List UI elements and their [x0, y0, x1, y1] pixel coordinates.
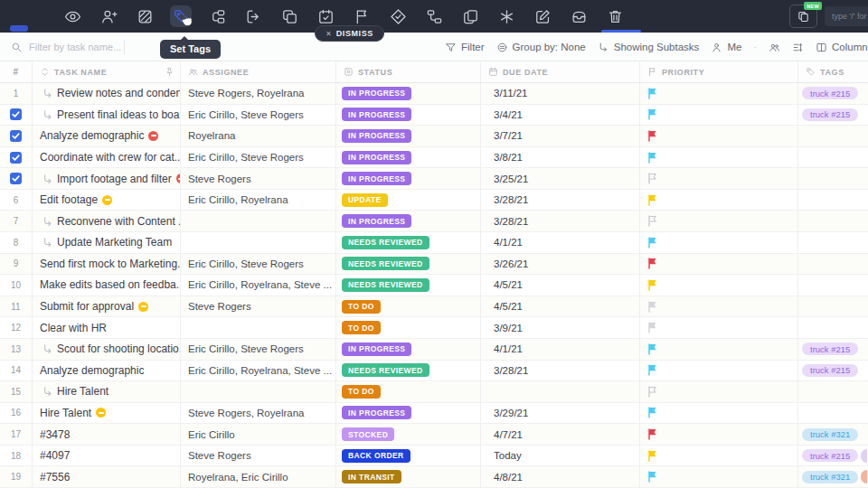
- task-name-cell[interactable]: Analyze demographic: [33, 361, 181, 381]
- status-badge[interactable]: STOCKED: [342, 427, 394, 441]
- due-date-cell[interactable]: 3/8/21: [481, 147, 640, 168]
- due-date-cell[interactable]: 4/7/21: [481, 424, 640, 445]
- tags-cell[interactable]: [798, 232, 868, 253]
- due-date-cell[interactable]: 3/28/21: [481, 361, 640, 381]
- status-badge[interactable]: IN PROGRESS: [342, 108, 411, 121]
- toolbar-pages-button[interactable]: [459, 5, 481, 27]
- header-task-name[interactable]: TASK NAME: [33, 61, 181, 82]
- due-date-cell[interactable]: 4/1/21: [481, 339, 640, 360]
- status-cell[interactable]: NEEDS REVIEWED: [336, 275, 481, 296]
- filterbar-filter[interactable]: Filter: [445, 42, 485, 53]
- due-date-cell[interactable]: 3/7/21: [481, 126, 640, 146]
- priority-flag-icon[interactable]: [647, 450, 657, 462]
- tags-cell[interactable]: [798, 168, 868, 189]
- checkbox-checked-icon[interactable]: [10, 173, 22, 184]
- assignee-cell[interactable]: Eric Cirillo, Royelrana: [181, 190, 336, 211]
- toolbar-inbox-button[interactable]: [568, 5, 590, 27]
- filterbar-group-by-none[interactable]: Group by: None: [496, 42, 586, 53]
- header-assignee[interactable]: ASSIGNEE: [181, 61, 336, 82]
- due-date-cell[interactable]: 3/28/21: [481, 211, 640, 231]
- status-badge[interactable]: IN PROGRESS: [342, 129, 411, 143]
- assignee-cell[interactable]: [181, 211, 336, 231]
- assignee-cell[interactable]: Eric Cirillo, Royelrana, Steve ...: [181, 275, 336, 296]
- tags-cell[interactable]: [798, 275, 868, 296]
- assignee-cell[interactable]: Eric Cirillo, Steve Rogers: [181, 147, 336, 168]
- priority-cell[interactable]: [640, 83, 798, 104]
- priority-flag-icon[interactable]: [647, 258, 657, 269]
- priority-flag-icon[interactable]: [647, 194, 657, 206]
- tags-cell[interactable]: [798, 381, 868, 402]
- tag-pill[interactable]: truck #321: [802, 471, 858, 483]
- status-cell[interactable]: TO DO: [336, 296, 481, 317]
- status-cell[interactable]: BACK ORDER: [336, 446, 481, 466]
- tag-pill[interactable]: truck #215: [802, 87, 858, 99]
- priority-cell[interactable]: [640, 446, 798, 466]
- status-cell[interactable]: IN PROGRESS: [336, 105, 481, 126]
- status-cell[interactable]: IN PROGRESS: [336, 339, 481, 360]
- toolbar-export-button[interactable]: [242, 5, 264, 27]
- tags-cell[interactable]: [798, 211, 868, 231]
- status-badge[interactable]: BACK ORDER: [342, 449, 410, 463]
- task-name-cell[interactable]: Hire Talent: [33, 381, 181, 402]
- status-cell[interactable]: STOCKED: [336, 424, 481, 445]
- tag-pill[interactable]: truck #215: [802, 343, 858, 355]
- priority-flag-icon[interactable]: [647, 471, 657, 483]
- priority-flag-icon[interactable]: [647, 279, 657, 291]
- due-date-cell[interactable]: 4/5/21: [481, 296, 640, 317]
- toolbar-compose-button[interactable]: [532, 5, 553, 27]
- due-date-cell[interactable]: 3/29/21: [481, 403, 640, 424]
- dismiss-button[interactable]: ✕ DISMISS: [315, 25, 384, 42]
- status-badge[interactable]: IN PROGRESS: [342, 343, 411, 356]
- assignee-cell[interactable]: Eric Cirillo, Steve Rogers: [181, 105, 336, 126]
- toolbar-diamond-check-button[interactable]: [387, 5, 409, 27]
- tags-cell[interactable]: [798, 403, 868, 424]
- pin-icon[interactable]: [165, 67, 175, 77]
- task-name-cell[interactable]: Make edits based on feedba...: [33, 275, 181, 296]
- assignee-cell[interactable]: [181, 232, 336, 253]
- due-date-cell[interactable]: 3/25/21: [481, 168, 640, 189]
- assignee-cell[interactable]: Steve Rogers, Royelrana: [181, 83, 336, 104]
- tag-pill-partial[interactable]: [861, 449, 867, 463]
- header-due-date[interactable]: DUE DATE: [481, 61, 640, 82]
- tag-pill[interactable]: truck #215: [802, 108, 858, 121]
- task-name-cell[interactable]: Reconvene with Content ...: [33, 211, 181, 231]
- task-name-cell[interactable]: Hire Talent: [33, 403, 181, 424]
- status-cell[interactable]: IN PROGRESS: [336, 403, 481, 424]
- priority-cell[interactable]: [640, 275, 798, 296]
- assignee-cell[interactable]: Steve Rogers: [181, 168, 336, 189]
- checkbox-checked-icon[interactable]: [10, 108, 22, 120]
- status-cell[interactable]: IN PROGRESS: [336, 126, 481, 146]
- status-cell[interactable]: NEEDS REVIEWED: [336, 254, 481, 275]
- tags-cell[interactable]: truck #215: [798, 83, 868, 104]
- priority-flag-icon[interactable]: [647, 215, 657, 227]
- priority-flag-icon[interactable]: [647, 173, 657, 184]
- assignee-cell[interactable]: [181, 317, 336, 338]
- assignee-cell[interactable]: Royelrana: [181, 126, 336, 146]
- header-priority[interactable]: PRIORITY: [640, 61, 798, 82]
- assignee-cell[interactable]: Steve Rogers, Royelrana: [181, 403, 336, 424]
- priority-cell[interactable]: [640, 232, 798, 253]
- task-name-cell[interactable]: Analyze demographic: [33, 126, 181, 146]
- status-badge[interactable]: IN TRANSIT: [342, 470, 401, 483]
- filterbar-showing-subtasks[interactable]: Showing Subtasks: [598, 42, 700, 53]
- priority-cell[interactable]: [640, 296, 798, 317]
- header-status[interactable]: STATUS: [336, 61, 481, 82]
- active-view-tab-sliver[interactable]: [10, 25, 28, 32]
- header-tags[interactable]: TAGS: [798, 61, 868, 82]
- status-cell[interactable]: NEEDS REVIEWED: [336, 361, 481, 381]
- tag-pill[interactable]: truck #215: [802, 364, 858, 377]
- assignee-cell[interactable]: Eric Cirillo, Royelrana, Steve ...: [181, 361, 336, 381]
- priority-cell[interactable]: [640, 147, 798, 168]
- priority-flag-icon[interactable]: [647, 322, 657, 333]
- priority-flag-icon[interactable]: [647, 88, 657, 99]
- task-name-cell[interactable]: #4097: [33, 446, 181, 466]
- priority-cell[interactable]: [640, 105, 798, 126]
- status-cell[interactable]: IN PROGRESS: [336, 83, 481, 104]
- priority-cell[interactable]: [640, 211, 798, 231]
- due-date-cell[interactable]: 3/28/21: [481, 190, 640, 211]
- toolbar-tree-button[interactable]: [423, 5, 445, 27]
- due-date-cell[interactable]: 3/4/21: [481, 105, 640, 126]
- tags-cell[interactable]: truck #321: [798, 424, 868, 445]
- tags-cell[interactable]: [798, 126, 868, 146]
- status-cell[interactable]: IN TRANSIT: [336, 466, 481, 487]
